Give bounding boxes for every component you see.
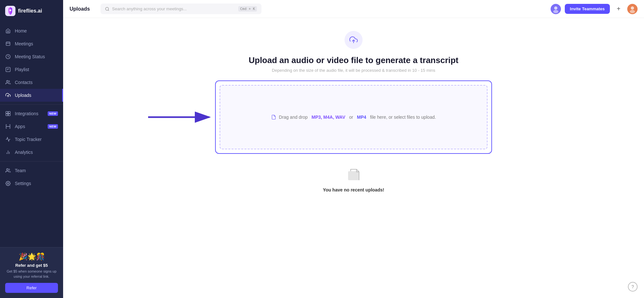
home-icon: [5, 28, 11, 34]
svg-rect-15: [8, 114, 10, 116]
add-button[interactable]: +: [614, 4, 623, 14]
playlist-icon: [5, 67, 11, 72]
search-icon: [105, 7, 109, 11]
dropzone-container[interactable]: Drag and drop MP3, M4A, WAV or MP4 file …: [215, 80, 492, 154]
sidebar-item-label: Home: [15, 28, 58, 33]
sidebar-nav: Home Meetings Meeting Status Playlist: [0, 22, 63, 247]
dropzone-suffix: file here, or select files to upload.: [370, 115, 436, 120]
sidebar-item-playlist[interactable]: Playlist: [0, 63, 63, 76]
contacts-icon: [5, 79, 11, 85]
header: Uploads Search anything across your meet…: [63, 0, 644, 18]
analytics-icon: [5, 149, 11, 155]
help-icon-label: ?: [631, 284, 634, 289]
sidebar-item-analytics[interactable]: Analytics: [0, 146, 63, 159]
no-uploads-section: You have no recent uploads!: [323, 167, 384, 192]
profile-avatar[interactable]: [627, 4, 638, 14]
upload-section: Upload an audio or video file to generat…: [215, 31, 492, 192]
sidebar-item-label: Topic Tracker: [15, 137, 58, 142]
meeting-status-icon: [5, 54, 11, 60]
svg-rect-12: [6, 111, 8, 113]
no-uploads-text: You have no recent uploads!: [323, 187, 384, 192]
invite-teammates-button[interactable]: Invite Teammates: [565, 4, 610, 14]
dropzone-prefix: Drag and drop: [279, 115, 308, 120]
refer-button[interactable]: Refer: [5, 283, 58, 293]
sidebar-item-label: Apps: [15, 124, 44, 129]
upload-subtitle: Depending on the size of the audio file,…: [272, 68, 435, 73]
user-avatar[interactable]: [551, 4, 561, 14]
upload-arrow-icon: [349, 36, 358, 44]
dropzone-formats-purple: MP3, M4A, WAV: [312, 115, 346, 120]
svg-rect-31: [348, 171, 359, 180]
settings-icon: [5, 181, 11, 186]
svg-point-25: [553, 10, 558, 13]
search-bar[interactable]: Search anything across your meetings... …: [100, 4, 261, 14]
sidebar-item-label: Team: [15, 168, 58, 173]
svg-point-19: [6, 169, 8, 170]
uploads-icon: [5, 92, 11, 98]
dropzone-text: Drag and drop MP3, M4A, WAV or MP4 file …: [271, 115, 436, 120]
upload-title: Upload an audio or video file to generat…: [249, 55, 459, 65]
app-logo-text: fireflies.ai: [18, 8, 42, 14]
apps-icon: [5, 124, 11, 129]
team-icon: [5, 168, 11, 173]
sidebar-item-label: Meeting Status: [15, 54, 58, 59]
sidebar-item-apps[interactable]: Apps NEW: [0, 120, 63, 133]
sidebar-item-settings[interactable]: Settings: [0, 177, 63, 190]
sidebar-item-label: Settings: [15, 181, 58, 186]
dropzone-or: or: [349, 115, 353, 120]
search-placeholder: Search anything across your meetings...: [112, 6, 236, 11]
arrow-decoration: [145, 107, 213, 127]
file-icon: [271, 115, 276, 120]
dropzone-inner[interactable]: Drag and drop MP3, M4A, WAV or MP4 file …: [220, 85, 488, 149]
svg-point-10: [6, 80, 8, 82]
meetings-icon: [5, 41, 11, 47]
help-button[interactable]: ?: [628, 282, 638, 292]
nav-divider: [0, 104, 63, 105]
svg-point-27: [631, 6, 634, 10]
svg-rect-2: [6, 42, 10, 46]
sidebar-item-label: Contacts: [15, 80, 58, 85]
dropzone-format-blue: MP4: [357, 115, 366, 120]
svg-line-22: [108, 10, 109, 11]
content-area: Upload an audio or video file to generat…: [63, 18, 644, 298]
integrations-icon: [5, 111, 11, 116]
svg-rect-13: [8, 111, 10, 113]
svg-point-24: [554, 6, 557, 10]
sidebar-item-team[interactable]: Team: [0, 164, 63, 177]
referral-emoji: 🎉🌟🎊: [5, 253, 58, 261]
sidebar-item-contacts[interactable]: Contacts: [0, 76, 63, 89]
svg-rect-14: [6, 114, 8, 116]
app-logo-icon: [5, 6, 15, 16]
apps-badge: NEW: [48, 124, 58, 129]
topic-tracker-icon: [5, 136, 11, 142]
upload-icon-circle: [345, 31, 363, 49]
svg-point-1: [9, 9, 11, 11]
svg-point-21: [106, 7, 109, 10]
svg-point-28: [630, 10, 635, 13]
header-actions: Invite Teammates +: [551, 4, 638, 14]
sidebar: fireflies.ai Home Meetings Meeting Statu…: [0, 0, 63, 298]
svg-point-20: [7, 183, 9, 184]
sidebar-item-label: Meetings: [15, 41, 58, 46]
sidebar-item-label: Integrations: [15, 111, 44, 116]
sidebar-item-integrations[interactable]: Integrations NEW: [0, 107, 63, 120]
no-uploads-icon: [346, 167, 362, 183]
sidebar-logo[interactable]: fireflies.ai: [0, 0, 63, 22]
search-shortcut: Cmd + K: [238, 6, 257, 12]
sidebar-item-uploads[interactable]: Uploads: [0, 89, 63, 102]
sidebar-item-label: Playlist: [15, 67, 58, 72]
page-title: Uploads: [70, 6, 95, 12]
sidebar-item-meetings[interactable]: Meetings: [0, 37, 63, 50]
integrations-badge: NEW: [48, 111, 58, 116]
sidebar-item-label: Uploads: [15, 93, 57, 98]
sidebar-item-label: Analytics: [15, 150, 58, 155]
sidebar-item-topic-tracker[interactable]: Topic Tracker: [0, 133, 63, 146]
referral-description: Get $5 when someone signs up using your …: [5, 269, 58, 279]
sidebar-item-meeting-status[interactable]: Meeting Status: [0, 50, 63, 63]
sidebar-item-home[interactable]: Home: [0, 24, 63, 37]
referral-section: 🎉🌟🎊 Refer and get $5 Get $5 when someone…: [0, 247, 63, 298]
nav-divider-2: [0, 161, 63, 162]
referral-title: Refer and get $5: [5, 263, 58, 268]
main-content: Uploads Search anything across your meet…: [63, 0, 644, 298]
